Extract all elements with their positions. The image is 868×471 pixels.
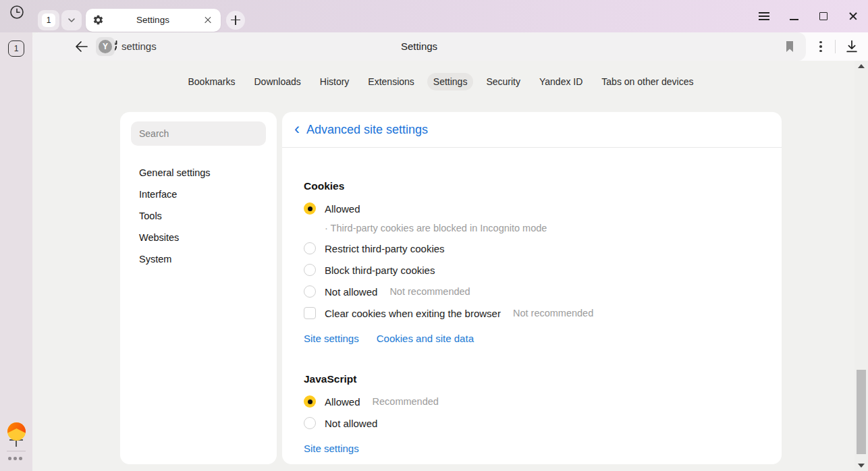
cookies-section-title: Cookies — [304, 180, 760, 192]
sidebar-item-websites[interactable]: Websites — [120, 227, 277, 248]
sidebar-item-tools[interactable]: Tools — [120, 205, 277, 227]
rail-divider — [7, 451, 26, 451]
tab-group-control: 1 — [38, 10, 82, 30]
sidebar-item-system[interactable]: System — [120, 248, 277, 270]
settings-nav: Bookmarks Downloads History Extensions S… — [32, 73, 849, 90]
radio-label[interactable]: Restrict third-party cookies — [325, 243, 445, 254]
link-site-settings[interactable]: Site settings — [304, 443, 359, 454]
scrollbar-thumb[interactable] — [857, 370, 866, 454]
radio-note: Recommended — [373, 396, 439, 407]
toolbar-divider — [835, 40, 836, 53]
gear-icon — [92, 14, 104, 26]
radio-row-block-third-party[interactable]: Block third-party cookies — [304, 263, 760, 277]
radio-row-restrict-third-party[interactable]: Restrict third-party cookies — [304, 242, 760, 255]
close-button[interactable] — [846, 9, 860, 23]
radio-label[interactable]: Allowed — [325, 203, 360, 215]
radio-selected[interactable] — [304, 202, 316, 215]
rail-tab-count: 1 — [14, 44, 19, 53]
radio-label[interactable]: Not allowed — [325, 418, 377, 429]
radio-unselected[interactable] — [304, 242, 316, 254]
radio-label[interactable]: Block third-party cookies — [325, 265, 435, 276]
javascript-section-title: JavaScript — [304, 373, 760, 385]
bookmark-icon — [783, 40, 796, 53]
checkbox-row-clear-cookies[interactable]: Clear cookies when exiting the browser N… — [304, 306, 760, 320]
hamburger-icon — [759, 12, 769, 20]
tab-settings[interactable]: Settings — [86, 9, 221, 32]
history-clock-icon[interactable] — [9, 4, 25, 20]
card-body: Cookies Allowed · Third-party cookies ar… — [282, 148, 782, 454]
sidebar-item-general[interactable]: General settings — [120, 162, 277, 184]
nav-tab-other-devices[interactable]: Tabs on other devices — [595, 73, 699, 90]
radio-unselected[interactable] — [304, 264, 316, 276]
sidebar-list: General settings Interface Tools Website… — [120, 162, 277, 270]
back-chevron-icon: ‹ — [294, 121, 300, 137]
radio-note: Not recommended — [389, 286, 470, 297]
card-title: Advanced site settings — [306, 123, 428, 137]
radio-row-js-not-allowed[interactable]: Not allowed — [304, 416, 760, 430]
window-controls — [757, 0, 860, 32]
downloads-button[interactable] — [844, 39, 859, 54]
sidebar-item-interface[interactable]: Interface — [120, 184, 277, 205]
link-site-settings[interactable]: Site settings — [304, 333, 359, 344]
page-title: Settings — [32, 40, 806, 52]
radio-label[interactable]: Not allowed — [325, 286, 377, 298]
javascript-section: JavaScript Allowed Recommended Not allow… — [304, 373, 760, 454]
omnibox[interactable]: Y settings Settings — [32, 32, 806, 61]
close-icon — [848, 11, 859, 22]
rail-tab-counter[interactable]: 1 — [8, 40, 24, 57]
chevron-down-icon — [67, 16, 76, 25]
nav-tab-settings[interactable]: Settings — [427, 73, 474, 90]
maximize-button[interactable] — [817, 9, 830, 23]
nav-tab-yandex-id[interactable]: Yandex ID — [533, 73, 589, 90]
settings-sidebar: General settings Interface Tools Website… — [120, 112, 277, 464]
nav-tab-extensions[interactable]: Extensions — [362, 73, 420, 90]
radio-selected[interactable] — [304, 395, 316, 408]
radio-unselected[interactable] — [304, 285, 316, 298]
radio-row-js-allowed[interactable]: Allowed Recommended — [304, 395, 760, 408]
cookies-links: Site settings Cookies and site data — [304, 333, 760, 344]
checkbox-label[interactable]: Clear cookies when exiting the browser — [325, 308, 501, 319]
titlebar: 1 Settings — [0, 0, 868, 32]
advanced-site-settings-card: ‹ Advanced site settings Cookies Allowed… — [282, 112, 782, 464]
javascript-links: Site settings — [304, 443, 760, 454]
rail-more-icon[interactable] — [8, 457, 22, 460]
address-bar-row: Y settings Settings — [32, 32, 868, 61]
tab-strip: 1 Settings — [38, 7, 245, 32]
nav-tab-history[interactable]: History — [314, 73, 356, 90]
nav-tab-security[interactable]: Security — [480, 73, 526, 90]
new-tab-button[interactable] — [226, 11, 245, 30]
link-cookies-site-data[interactable]: Cookies and site data — [377, 333, 474, 344]
tab-group-button[interactable]: 1 — [38, 10, 59, 30]
radio-row-cookies-not-allowed[interactable]: Not allowed Not recommended — [304, 285, 760, 298]
bookmark-button[interactable] — [783, 40, 796, 53]
left-rail: 1 — [0, 32, 32, 471]
scrollbar[interactable] — [855, 61, 868, 471]
minimize-button[interactable] — [787, 9, 801, 23]
download-icon — [844, 39, 859, 54]
cookies-info-note: · Third-party cookies are blocked in Inc… — [325, 223, 760, 233]
radio-row-cookies-allowed[interactable]: Allowed — [304, 202, 760, 215]
more-menu-button[interactable] — [813, 39, 828, 54]
tab-close-icon[interactable] — [202, 14, 214, 26]
search-input[interactable] — [131, 121, 266, 146]
browser-menu-button[interactable] — [757, 9, 771, 23]
radio-label[interactable]: Allowed — [325, 396, 360, 408]
checkbox-note: Not recommended — [513, 308, 593, 318]
scroll-up-icon[interactable] — [858, 64, 865, 68]
tab-group-dropdown[interactable] — [61, 10, 82, 30]
radio-unselected[interactable] — [304, 417, 316, 429]
yandex-mail-icon[interactable] — [7, 422, 26, 441]
tab-group-count: 1 — [42, 13, 55, 27]
scroll-down-icon[interactable] — [858, 464, 865, 468]
nav-tab-downloads[interactable]: Downloads — [248, 73, 307, 90]
tab-title: Settings — [104, 15, 202, 25]
maximize-icon — [819, 12, 828, 20]
card-header[interactable]: ‹ Advanced site settings — [282, 112, 782, 148]
nav-tab-bookmarks[interactable]: Bookmarks — [182, 73, 241, 90]
checkbox-unchecked[interactable] — [304, 307, 316, 319]
settings-page: Bookmarks Downloads History Extensions S… — [32, 61, 868, 471]
minimize-icon — [790, 19, 798, 20]
